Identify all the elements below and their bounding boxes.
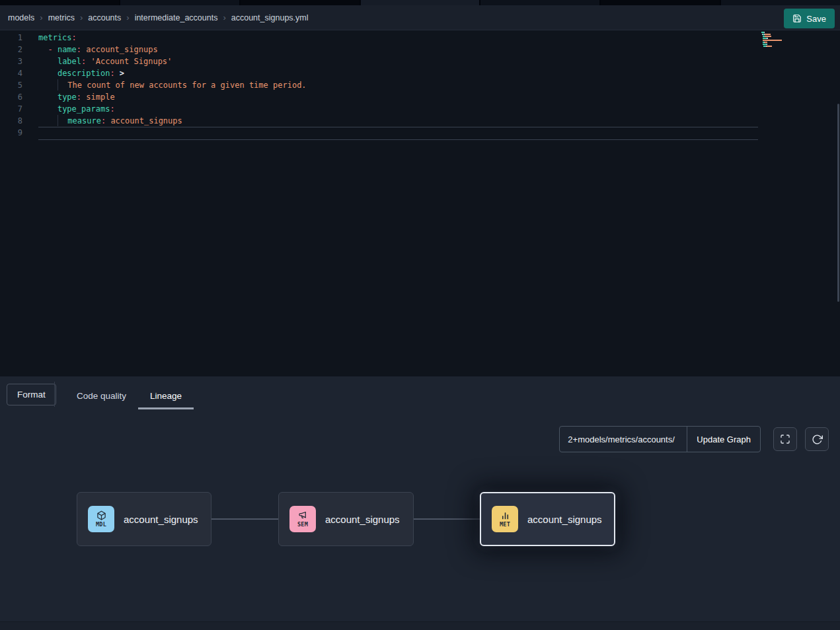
bar-chart-icon: MET — [492, 506, 518, 532]
node-label: account_signups — [325, 514, 400, 525]
breadcrumb-separator-icon: › — [223, 13, 225, 22]
code-token — [38, 45, 48, 54]
code-token — [38, 104, 57, 114]
code-token: type_params — [57, 104, 110, 114]
code-token: name — [57, 45, 77, 54]
save-icon — [792, 14, 802, 23]
code-token: : — [110, 104, 114, 114]
editor-tab-strip — [0, 0, 840, 5]
code-text: The count of new accounts for a given ti… — [38, 79, 307, 91]
breadcrumb-item[interactable]: metrics — [48, 13, 75, 22]
code-line[interactable]: 6 type: simple — [0, 91, 840, 103]
code-token: account_signups — [81, 45, 158, 54]
code-token: type — [57, 92, 77, 102]
code-line[interactable]: 3 label: 'Account Signups' — [0, 55, 840, 67]
code-line[interactable]: 9 — [0, 127, 840, 139]
line-number: 2 — [0, 44, 22, 55]
line-number: 6 — [0, 91, 22, 103]
code-line[interactable]: 8 measure: account_signups — [0, 115, 840, 127]
code-token — [38, 57, 57, 66]
node-label: account_signups — [124, 514, 198, 525]
node-badge-label: MET — [500, 521, 510, 528]
code-text: metrics: — [38, 32, 77, 44]
code-editor[interactable]: 1metrics:2 - name: account_signups3 labe… — [0, 30, 840, 376]
editor-tab[interactable] — [480, 0, 599, 5]
megaphone-icon: SEM — [289, 506, 316, 532]
code-token — [38, 81, 57, 90]
code-text: description: > — [38, 67, 124, 79]
breadcrumb-item[interactable]: accounts — [88, 13, 121, 22]
code-line[interactable]: 2 - name: account_signups — [0, 44, 840, 55]
minimap-line — [761, 38, 802, 39]
lineage-node-sem[interactable]: SEMaccount_signups — [278, 492, 414, 546]
breadcrumb-item[interactable]: models — [8, 13, 34, 22]
line-number: 7 — [0, 103, 22, 115]
lineage-edge — [211, 518, 278, 520]
code-text: type: simple — [38, 91, 115, 103]
line-number: 5 — [0, 79, 22, 91]
code-token: : — [77, 92, 81, 102]
editor-scrollbar[interactable] — [837, 104, 839, 302]
editor-tab[interactable] — [601, 0, 720, 5]
code-token: description — [57, 69, 110, 78]
code-token: : — [110, 69, 114, 78]
breadcrumb-separator-icon: › — [40, 13, 42, 22]
minimap-line — [761, 40, 802, 41]
save-label: Save — [806, 14, 826, 24]
breadcrumb-item[interactable]: account_signups.yml — [231, 13, 309, 22]
node-badge-label: MDL — [96, 521, 106, 528]
code-line[interactable]: 1metrics: — [0, 32, 840, 44]
node-badge-label: SEM — [297, 521, 308, 528]
code-line[interactable]: 5 The count of new accounts for a given … — [0, 79, 840, 91]
code-token: label — [57, 57, 81, 66]
lineage-node-mdl[interactable]: MDLaccount_signups — [77, 492, 211, 546]
line-number: 9 — [0, 127, 22, 139]
editor-tab[interactable] — [241, 0, 360, 5]
line-number: 3 — [0, 55, 22, 67]
code-token: > — [115, 69, 124, 78]
code-line[interactable]: 7 type_params: — [0, 103, 840, 115]
breadcrumb-bar: models›metrics›accounts›intermediate_acc… — [0, 5, 840, 30]
code-text: type_params: — [38, 103, 115, 115]
editor-tab[interactable] — [721, 0, 840, 5]
code-token — [38, 69, 57, 78]
lineage-edge — [414, 518, 480, 520]
minimap-line — [761, 42, 802, 43]
minimap-line — [761, 34, 802, 35]
breadcrumb-item[interactable]: intermediate_accounts — [135, 13, 218, 22]
minimap-line — [761, 44, 802, 45]
code-token: : — [72, 33, 77, 42]
minimap-line — [761, 36, 802, 37]
code-token: 'Account Signups' — [86, 57, 172, 66]
cube-icon: MDL — [88, 506, 114, 532]
code-text: label: 'Account Signups' — [38, 55, 172, 67]
breadcrumb-separator-icon: › — [80, 13, 83, 22]
code-text: - name: account_signups — [38, 44, 158, 55]
line-number: 4 — [0, 67, 22, 79]
lineage-node-met[interactable]: METaccount_signups — [480, 492, 615, 546]
code-line[interactable]: 4 description: > — [0, 67, 840, 79]
editor-tab[interactable] — [361, 0, 480, 5]
minimap-line — [761, 32, 802, 33]
code-token — [38, 92, 57, 102]
line-number: 8 — [0, 115, 22, 127]
code-token: account_signups — [106, 116, 182, 125]
code-text: measure: account_signups — [38, 115, 182, 127]
minimap-line — [761, 48, 802, 49]
bottom-panel: Format Code quality Lineage Update Graph… — [0, 376, 840, 630]
line-number: 1 — [0, 32, 22, 44]
save-button[interactable]: Save — [784, 9, 835, 28]
editor-tab[interactable] — [120, 0, 239, 5]
lineage-graph: MDLaccount_signupsSEMaccount_signupsMETa… — [0, 376, 840, 630]
minimap[interactable] — [761, 32, 802, 50]
code-token — [38, 116, 57, 125]
node-label: account_signups — [527, 514, 602, 525]
code-token — [58, 116, 67, 125]
footer-bar — [0, 621, 840, 630]
code-token: metrics — [38, 33, 72, 42]
code-token: The count of new accounts for a given ti… — [58, 81, 307, 90]
minimap-line — [761, 46, 802, 47]
breadcrumb-separator-icon: › — [126, 13, 129, 22]
breadcrumb: models›metrics›accounts›intermediate_acc… — [8, 13, 309, 22]
editor-tab[interactable] — [0, 0, 119, 5]
